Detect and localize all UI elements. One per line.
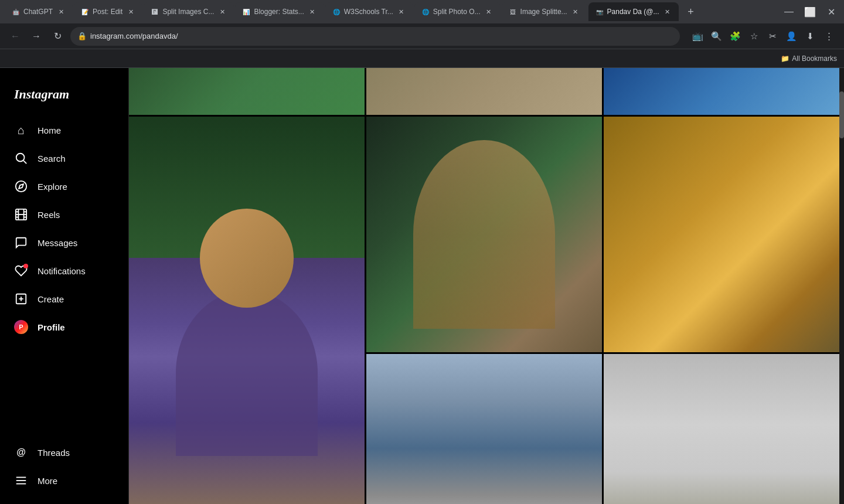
tab-close-w3schools[interactable]: ✕ (397, 7, 406, 16)
home-label: Home (38, 125, 61, 135)
svg-line-1 (23, 161, 26, 164)
svg-marker-3 (19, 184, 23, 189)
tab-split-photo[interactable]: 🌐 Split Photo O... ✕ (414, 2, 501, 21)
tab-label-pandav-da: Pandav Da (@... (607, 8, 659, 16)
profile-label: Profile (38, 322, 65, 332)
tab-label-blogger: Blogger: Stats... (254, 8, 304, 16)
tab-favicon-blogger: 📊 (242, 8, 250, 16)
sidebar-item-home[interactable]: ⌂ Home (7, 116, 121, 144)
maximize-button[interactable]: ⬜ (802, 4, 818, 20)
tab-image-splitter[interactable]: 🖼 Image Splitte... ✕ (502, 2, 587, 21)
new-tab-button[interactable]: + (682, 4, 699, 20)
grid-cell-1[interactable] (129, 68, 365, 115)
grid-cell-7[interactable] (366, 354, 602, 504)
threads-label: Threads (38, 448, 70, 458)
create-icon (14, 292, 28, 306)
profile-icon[interactable]: 👤 (783, 28, 799, 45)
messages-label: Messages (38, 238, 77, 248)
sidebar-item-messages[interactable]: Messages (7, 229, 121, 257)
all-bookmarks-button[interactable]: 📁 All Bookmarks (781, 55, 837, 63)
tab-chatgpt[interactable]: 🤖 ChatGPT ✕ (5, 2, 73, 21)
tab-favicon-split-photo: 🌐 (421, 8, 430, 16)
svg-point-2 (16, 181, 26, 192)
tab-pandav-da[interactable]: 📷 Pandav Da (@... ✕ (588, 2, 679, 21)
tab-favicon-split-images: 🅿 (151, 8, 159, 16)
close-button[interactable]: ✕ (823, 4, 839, 20)
bookmarks-icon: 📁 (781, 55, 789, 63)
sidebar-item-notifications[interactable]: Notifications (7, 257, 121, 285)
sidebar-item-reels[interactable]: Reels (7, 200, 121, 229)
refresh-button[interactable]: ↻ (49, 28, 66, 45)
all-bookmarks-label: All Bookmarks (792, 55, 837, 63)
grid-cell-man-portrait[interactable] (129, 117, 365, 504)
tab-close-image-splitter[interactable]: ✕ (571, 7, 580, 16)
tab-close-split-images[interactable]: ✕ (217, 7, 227, 16)
create-label: Create (38, 294, 64, 304)
address-bar[interactable]: 🔒 instagram.com/pandavda/ (70, 27, 680, 46)
sidebar-item-create[interactable]: Create (7, 285, 121, 313)
tab-favicon-pandav-da: 📷 (595, 8, 604, 16)
sidebar-bottom: @ Threads More (7, 438, 121, 495)
more-icon (14, 474, 28, 488)
scroll-thumb[interactable] (839, 91, 844, 138)
main-content (129, 68, 839, 504)
extensions-icon[interactable]: 🧩 (727, 28, 743, 45)
zoom-icon[interactable]: 🔍 (708, 28, 724, 45)
sidebar-item-more[interactable]: More (7, 466, 121, 495)
threads-icon: @ (14, 445, 28, 459)
notifications-icon-wrap (14, 264, 28, 278)
tab-favicon-w3schools: 🌐 (332, 8, 341, 16)
reels-label: Reels (38, 210, 60, 220)
tab-blogger[interactable]: 📊 Blogger: Stats... ✕ (235, 2, 324, 21)
tab-close-pandav-da[interactable]: ✕ (662, 7, 672, 16)
tab-label-post-edit: Post: Edit (93, 8, 122, 16)
tab-close-chatgpt[interactable]: ✕ (56, 7, 66, 16)
more-label: More (38, 476, 57, 486)
tab-post-edit[interactable]: 📝 Post: Edit ✕ (74, 2, 142, 21)
profile-avatar: P (14, 320, 28, 334)
sidebar-item-search[interactable]: Search (7, 144, 121, 172)
sidebar: Instagram ⌂ Home Search Explore Reels (0, 68, 129, 504)
tab-label-split-photo: Split Photo O... (433, 8, 481, 16)
menu-icon[interactable]: ⋮ (821, 28, 837, 45)
photo-grid (129, 68, 839, 504)
forward-button[interactable]: → (28, 28, 45, 45)
back-button[interactable]: ← (7, 28, 23, 45)
browser-toolbar: ← → ↻ 🔒 instagram.com/pandavda/ 📺 🔍 🧩 ☆ … (0, 23, 844, 49)
grid-cell-5[interactable] (366, 117, 602, 352)
grid-cell-2[interactable] (366, 68, 602, 115)
scrollbar[interactable] (839, 68, 844, 504)
grid-cell-6[interactable] (604, 117, 839, 352)
tab-label-chatgpt: ChatGPT (23, 8, 53, 16)
explore-label: Explore (38, 182, 67, 192)
star-icon[interactable]: ☆ (746, 28, 762, 45)
screenshot-icon[interactable]: ✂ (764, 28, 781, 45)
tab-label-image-splitter: Image Splitte... (520, 8, 567, 16)
notification-badge (23, 264, 28, 268)
minimize-button[interactable]: — (781, 4, 797, 20)
browser-chrome: 🤖 ChatGPT ✕ 📝 Post: Edit ✕ 🅿 Split Image… (0, 0, 844, 68)
explore-icon (14, 179, 28, 193)
search-icon (14, 151, 28, 165)
download-icon[interactable]: ⬇ (802, 28, 818, 45)
bookmarks-bar: 📁 All Bookmarks (0, 49, 844, 68)
sidebar-item-explore[interactable]: Explore (7, 172, 121, 200)
app-container: Instagram ⌂ Home Search Explore Reels (0, 68, 844, 504)
tab-bar: 🤖 ChatGPT ✕ 📝 Post: Edit ✕ 🅿 Split Image… (0, 0, 844, 23)
grid-cell-3[interactable] (604, 68, 839, 115)
tab-w3schools[interactable]: 🌐 W3Schools Tr... ✕ (325, 2, 413, 21)
tab-close-blogger[interactable]: ✕ (308, 7, 317, 16)
tab-close-split-photo[interactable]: ✕ (484, 7, 494, 16)
notifications-label: Notifications (38, 266, 86, 276)
tab-label-split-images: Split Images C... (162, 8, 214, 16)
reels-icon (14, 207, 28, 222)
tab-close-post-edit[interactable]: ✕ (126, 7, 135, 16)
cast-icon[interactable]: 📺 (689, 28, 706, 45)
lock-icon: 🔒 (77, 32, 87, 40)
sidebar-item-threads[interactable]: @ Threads (7, 438, 121, 466)
tab-favicon-image-splitter: 🖼 (509, 8, 517, 16)
sidebar-item-profile[interactable]: P Profile (7, 313, 121, 341)
tab-split-images[interactable]: 🅿 Split Images C... ✕ (144, 2, 234, 21)
grid-cell-8[interactable] (604, 354, 839, 504)
messages-icon (14, 236, 28, 250)
